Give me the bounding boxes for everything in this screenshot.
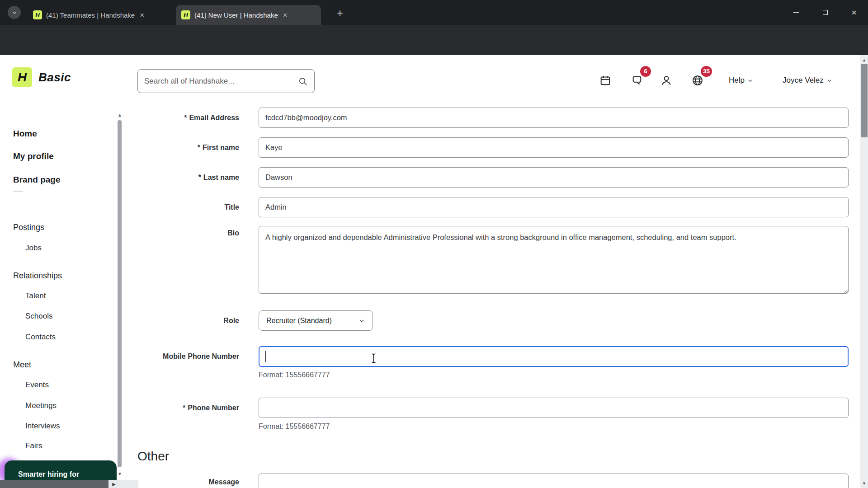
sidebar-item-schools[interactable]: Schools [25, 312, 52, 321]
profile-chevron-button[interactable] [8, 6, 21, 19]
phone-input[interactable] [259, 398, 849, 418]
mobile-phone-input[interactable] [259, 346, 849, 367]
sidebar-item-my-profile[interactable]: My profile [13, 151, 54, 161]
sidebar-scroll-up-icon[interactable]: ▲ [116, 111, 123, 118]
search-input[interactable] [144, 77, 293, 86]
tab-title: (41) Teammates | Handshake [46, 11, 135, 19]
sidebar-item-events[interactable]: Events [25, 380, 49, 389]
close-tab-icon[interactable]: × [283, 11, 288, 19]
sidebar-item-meetings[interactable]: Meetings [25, 401, 57, 410]
sidebar-item-fairs[interactable]: Fairs [25, 441, 42, 450]
scroll-right-icon[interactable]: ▶ [110, 480, 118, 488]
sidebar-item-contacts[interactable]: Contacts [25, 333, 56, 342]
handshake-logo[interactable]: H Basic [12, 67, 71, 87]
network-badge: 35 [701, 66, 712, 77]
title-input[interactable] [259, 197, 849, 217]
global-search[interactable] [137, 69, 315, 93]
text-cursor [371, 353, 377, 364]
first-name-label: *First name [127, 137, 239, 158]
email-input[interactable] [259, 108, 849, 128]
first-name-input[interactable] [259, 137, 849, 158]
main-content: 6 35 Help Joyce Velez *Email Ad [127, 55, 860, 488]
sidebar-divider [13, 191, 23, 192]
scroll-down-icon[interactable]: ▼ [860, 479, 868, 487]
last-name-input[interactable] [259, 167, 849, 188]
browser-window: H (41) Teammates | Handshake × H (41) Ne… [0, 0, 868, 488]
profile-icon[interactable] [660, 74, 673, 87]
other-section-heading: Other [137, 449, 169, 464]
sidebar-scroll-down-icon[interactable]: ▼ [116, 470, 123, 477]
last-name-label: *Last name [127, 167, 239, 188]
mobile-phone-label: Mobile Phone Number [127, 346, 239, 366]
minimize-icon [793, 12, 799, 13]
chevron-down-icon [358, 317, 365, 324]
title-label: Title [127, 197, 239, 217]
close-tab-icon[interactable]: × [140, 11, 144, 19]
close-window-button[interactable]: × [840, 0, 868, 25]
page-scrollbar[interactable]: ▲ ▼ [860, 55, 868, 488]
handshake-favicon: H [33, 10, 42, 19]
search-icon [298, 76, 308, 86]
calendar-icon[interactable] [599, 74, 612, 87]
required-marker: * [184, 114, 187, 122]
maximize-icon [823, 10, 828, 15]
minimize-button[interactable] [782, 0, 810, 25]
sidebar-horizontal-scrollbar[interactable]: ▶ [0, 480, 138, 488]
maximize-button[interactable] [811, 0, 839, 25]
role-select[interactable]: Recruiter (Standard) [259, 310, 373, 331]
mobile-phone-helper: Format: 15556667777 [259, 371, 330, 379]
messages-icon[interactable] [630, 74, 643, 87]
chevron-down-icon [11, 9, 18, 16]
help-menu[interactable]: Help [729, 76, 754, 85]
user-name: Joyce Velez [783, 76, 824, 85]
sidebar-section-relationships[interactable]: Relationships [13, 271, 62, 281]
page-scrollbar-thumb[interactable] [861, 64, 868, 137]
horizontal-scrollbar-thumb[interactable] [0, 480, 108, 488]
handshake-favicon: H [181, 10, 190, 19]
phone-label: *Phone Number [127, 398, 239, 418]
message-label: Message [127, 472, 239, 488]
user-menu[interactable]: Joyce Velez [783, 76, 833, 85]
tab-teammates[interactable]: H (41) Teammates | Handshake × [28, 5, 166, 25]
chevron-down-icon [747, 77, 754, 84]
message-input[interactable] [259, 474, 849, 488]
sidebar-item-interviews[interactable]: Interviews [25, 422, 60, 431]
tab-title: (41) New User | Handshake [194, 11, 278, 19]
new-tab-button[interactable]: + [333, 6, 347, 20]
sidebar-item-jobs[interactable]: Jobs [25, 244, 42, 253]
email-label: *Email Address [127, 108, 239, 128]
sidebar-item-brand-page[interactable]: Brand page [13, 175, 61, 185]
browser-toolbar: app.joinhandshake.com/emp/users/new?user… [0, 25, 868, 55]
required-marker: * [198, 174, 201, 181]
promo-text: Smarter hiring for [18, 470, 79, 479]
tab-new-user[interactable]: H (41) New User | Handshake × [176, 5, 321, 25]
chevron-down-icon [826, 77, 833, 84]
bio-textarea[interactable]: A highly organized and dependable Admini… [259, 226, 849, 294]
sidebar-section-postings[interactable]: Postings [13, 223, 44, 232]
role-selected-value: Recruiter (Standard) [266, 317, 332, 325]
sidebar-item-talent[interactable]: Talent [25, 291, 46, 300]
required-marker: * [183, 404, 185, 412]
text-caret [265, 351, 266, 362]
sidebar-scrollbar[interactable] [118, 120, 122, 467]
help-label: Help [729, 76, 745, 85]
bio-label: Bio [127, 223, 239, 243]
plan-badge: Basic [38, 70, 71, 84]
sidebar-item-home[interactable]: Home [13, 129, 37, 139]
network-globe-icon[interactable] [691, 74, 704, 87]
tab-strip: H (41) Teammates | Handshake × H (41) Ne… [0, 0, 868, 25]
sidebar-section-meet[interactable]: Meet [13, 360, 31, 370]
messages-badge: 6 [640, 66, 651, 77]
close-icon: × [851, 8, 856, 18]
sidebar: H Basic Home My profile Brand page Posti… [0, 55, 127, 488]
role-label: Role [127, 310, 239, 331]
scroll-up-icon[interactable]: ▲ [860, 56, 868, 64]
phone-helper: Format: 15556667777 [259, 422, 330, 431]
handshake-logo-icon: H [12, 67, 32, 87]
required-marker: * [198, 144, 200, 151]
